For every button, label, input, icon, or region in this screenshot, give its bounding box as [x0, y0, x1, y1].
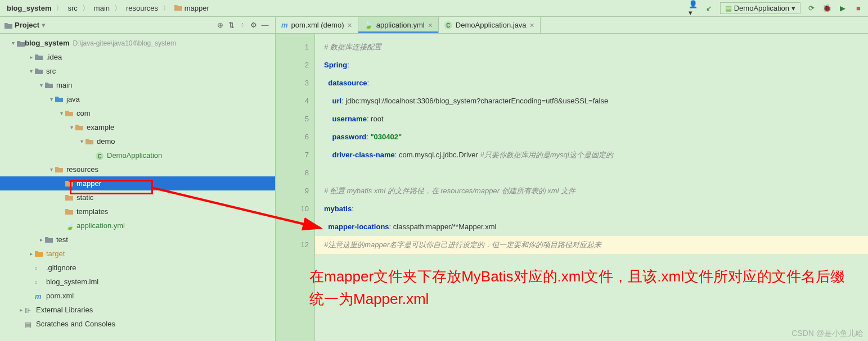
file-icon: ▫: [35, 264, 44, 272]
tree-item[interactable]: ▫blog_system.iml: [0, 275, 275, 289]
folder-tan-icon: [65, 208, 74, 216]
chevron-right-icon: 〉: [56, 3, 63, 13]
target-icon[interactable]: ⊕: [214, 20, 226, 31]
m-icon: m: [281, 21, 288, 29]
breadcrumb-item[interactable]: blog_system: [5, 3, 53, 13]
chevron-right-icon: 〉: [82, 3, 89, 13]
tree-item[interactable]: ▤Scratches and Consoles: [0, 317, 275, 331]
tree-item[interactable]: ▾com: [0, 106, 275, 120]
chevron-right-icon: 〉: [163, 3, 170, 13]
breadcrumb-item[interactable]: main: [92, 3, 112, 13]
class-icon: C: [444, 21, 452, 30]
editor-tab[interactable]: CDemoApplication.java×: [439, 17, 541, 33]
lib-icon: ⊪: [25, 306, 34, 314]
tree-item[interactable]: ▸target: [0, 247, 275, 261]
folder-tan-icon: [65, 180, 74, 188]
tree-item[interactable]: ▾resources: [0, 162, 275, 176]
folder-icon: [35, 53, 44, 61]
expand-icon[interactable]: ⇅: [226, 20, 237, 31]
tree-arrow-icon[interactable]: ▾: [78, 138, 86, 144]
folder-orange-icon: [35, 250, 44, 258]
watermark: CSDN @是小鱼儿哈: [791, 329, 863, 339]
folder-tan-icon: [86, 138, 95, 146]
app-icon: ▤: [725, 4, 732, 12]
tree-item[interactable]: ▸.idea: [0, 50, 275, 64]
folder-icon: [45, 236, 54, 244]
yml-icon: 🍃: [65, 222, 74, 230]
tree-root[interactable]: ▾ blog_system D:\java-gitee\java104\blog…: [0, 36, 275, 50]
tree-arrow-icon[interactable]: ▾: [47, 96, 55, 102]
stop-icon[interactable]: ■: [853, 3, 863, 13]
tree-item[interactable]: ▸⊪External Libraries: [0, 303, 275, 317]
tree-item[interactable]: ▾main: [0, 78, 275, 92]
tree-item[interactable]: mpom.xml: [0, 289, 275, 303]
tree-arrow-icon[interactable]: ▸: [37, 237, 45, 243]
collapse-icon[interactable]: —: [259, 20, 271, 31]
breadcrumb-item[interactable]: src: [65, 3, 79, 13]
tree-item[interactable]: ▫.gitignore: [0, 261, 275, 275]
project-panel-title[interactable]: Project ▾: [5, 21, 214, 29]
editor-tab[interactable]: 🍃application.yml×: [358, 17, 439, 33]
folder-tan-icon: [55, 166, 64, 174]
folder-icon: [174, 4, 182, 11]
close-icon[interactable]: ×: [428, 21, 433, 30]
tree-item[interactable]: ▾src: [0, 64, 275, 78]
tree-item[interactable]: 🍃application.yml: [0, 219, 275, 233]
close-icon[interactable]: ×: [530, 21, 534, 30]
chevron-down-icon: ▾: [791, 4, 795, 12]
folder-icon: [45, 81, 54, 89]
run-icon[interactable]: ▶: [838, 3, 848, 13]
tree-arrow-icon[interactable]: ▸: [27, 251, 35, 257]
folder-icon: [17, 40, 25, 47]
tree-arrow-icon[interactable]: ▾: [57, 110, 65, 116]
folder-tan-icon: [75, 124, 84, 131]
tree-item[interactable]: ▾example: [0, 120, 275, 134]
class-icon: C: [96, 152, 105, 160]
tree-item[interactable]: mapper: [0, 176, 275, 190]
project-tree[interactable]: ▾ blog_system D:\java-gitee\java104\blog…: [0, 34, 275, 341]
tree-item[interactable]: templates: [0, 204, 275, 219]
m-icon: m: [35, 292, 44, 300]
project-icon: [5, 22, 12, 29]
tree-arrow-icon[interactable]: ▸: [17, 307, 25, 313]
folder-tan-icon: [65, 110, 74, 117]
annotation-text: 在mapper文件夹下存放MyBatis对应的.xml文件，且该.xml文件所对…: [309, 265, 849, 310]
breadcrumb-item[interactable]: resources: [124, 3, 160, 13]
tree-arrow-icon[interactable]: ▾: [68, 124, 75, 130]
run-config-dropdown[interactable]: ▤ DemoApplication ▾: [720, 2, 800, 14]
chevron-right-icon: 〉: [114, 3, 122, 13]
tree-item[interactable]: ▾java: [0, 92, 275, 106]
user-icon[interactable]: 👤▾: [689, 3, 699, 13]
close-icon[interactable]: ×: [347, 21, 352, 30]
divide-icon[interactable]: ÷: [237, 20, 248, 31]
editor-tabs: mpom.xml (demo)×🍃application.yml×CDemoAp…: [276, 17, 868, 34]
tree-item[interactable]: ▾demo: [0, 134, 275, 148]
debug-icon[interactable]: 🐞: [822, 3, 832, 13]
folder-icon: [35, 67, 44, 75]
tree-arrow-icon[interactable]: ▾: [37, 82, 45, 88]
tree-item[interactable]: CDemoApplication: [0, 148, 275, 162]
tree-item[interactable]: ▸test: [0, 233, 275, 247]
tree-item[interactable]: static: [0, 190, 275, 204]
folder-tan-icon: [65, 194, 74, 202]
tree-arrow-icon[interactable]: ▾: [47, 166, 55, 172]
tree-arrow-icon[interactable]: ▾: [27, 68, 35, 74]
scratch-icon: ▤: [25, 320, 34, 328]
file-icon: ▫: [35, 278, 44, 286]
breadcrumb: blog_system 〉 src 〉 main 〉 resources 〉 m…: [5, 3, 689, 13]
gear-icon[interactable]: ⚙: [248, 20, 259, 31]
sync-icon[interactable]: ↙: [704, 3, 714, 13]
build-icon[interactable]: ⟳: [806, 3, 816, 13]
yml-icon: 🍃: [364, 21, 373, 29]
tree-arrow-icon[interactable]: ▸: [27, 54, 35, 60]
breadcrumb-item[interactable]: mapper: [172, 3, 212, 13]
folder-blue-icon: [55, 96, 64, 103]
editor-tab[interactable]: mpom.xml (demo)×: [276, 17, 358, 33]
